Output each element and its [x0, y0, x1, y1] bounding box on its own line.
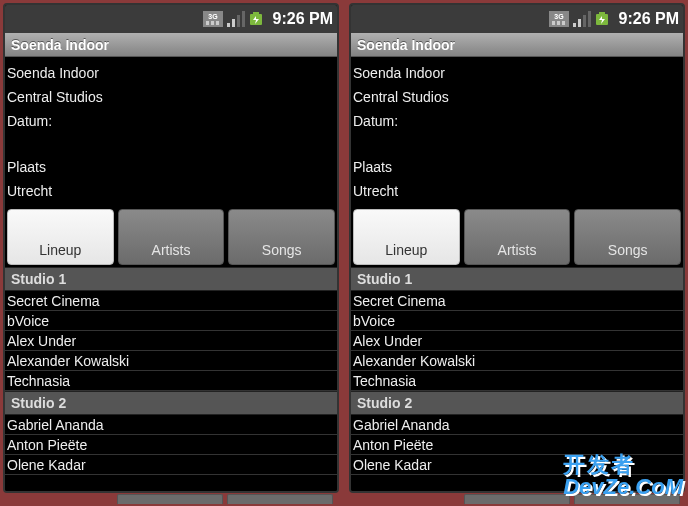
svg-rect-17 [578, 19, 581, 27]
event-place-label: Plaats [353, 155, 681, 179]
event-date-label: Datum: [7, 109, 335, 133]
tab-strip: Lineup Artists Songs [5, 207, 337, 267]
list-item[interactable]: Gabriel Ananda [5, 415, 337, 435]
svg-rect-13 [552, 21, 555, 25]
list-item[interactable]: Alexander Kowalski [351, 351, 683, 371]
svg-rect-19 [588, 11, 591, 27]
phone-left: 3G 9:26 PM Soenda Indoor Soenda Indoor C… [3, 3, 339, 493]
list-item[interactable] [351, 475, 683, 493]
list-item[interactable]: Technasia [351, 371, 683, 391]
svg-rect-7 [237, 15, 240, 27]
svg-text:3G: 3G [208, 13, 218, 20]
tab-artists[interactable]: Artists [464, 209, 571, 265]
svg-rect-14 [557, 21, 560, 25]
list-item[interactable]: Olene Kadar [5, 455, 337, 475]
event-city: Utrecht [353, 179, 681, 203]
event-info: Soenda Indoor Central Studios Datum: Pla… [351, 57, 683, 207]
event-venue: Central Studios [7, 85, 335, 109]
list-item[interactable]: Secret Cinema [5, 291, 337, 311]
battery-icon [595, 11, 611, 27]
svg-rect-8 [242, 11, 245, 27]
tab-songs[interactable]: Songs [574, 209, 681, 265]
signal-icon [227, 11, 245, 27]
list-item[interactable] [5, 475, 337, 493]
section-header: Studio 1 [5, 267, 337, 291]
network-3g-icon: 3G [203, 11, 223, 27]
event-name: Soenda Indoor [353, 61, 681, 85]
list-item[interactable]: Alexander Kowalski [5, 351, 337, 371]
list-item[interactable]: Anton Pieëte [5, 435, 337, 455]
event-name: Soenda Indoor [7, 61, 335, 85]
tab-songs[interactable]: Songs [228, 209, 335, 265]
svg-rect-4 [216, 21, 219, 25]
bottom-tab-hint-left [115, 492, 335, 506]
svg-text:3G: 3G [554, 13, 564, 20]
tab-lineup[interactable]: Lineup [353, 209, 460, 265]
svg-rect-3 [211, 21, 214, 25]
svg-rect-6 [232, 19, 235, 27]
title-text: Soenda Indoor [357, 37, 455, 53]
status-clock: 9:26 PM [619, 10, 679, 28]
svg-rect-21 [599, 12, 605, 14]
title-bar: Soenda Indoor [5, 33, 337, 57]
battery-icon [249, 11, 265, 27]
title-bar: Soenda Indoor [351, 33, 683, 57]
status-bar: 3G 9:26 PM [351, 5, 683, 33]
signal-icon [573, 11, 591, 27]
list-item[interactable]: Olene Kadar [351, 455, 683, 475]
event-venue: Central Studios [353, 85, 681, 109]
lineup-list[interactable]: Studio 1 Secret Cinema bVoice Alex Under… [5, 267, 337, 493]
spacer [7, 133, 335, 155]
event-info: Soenda Indoor Central Studios Datum: Pla… [5, 57, 337, 207]
list-item[interactable]: Alex Under [5, 331, 337, 351]
list-item[interactable]: Technasia [5, 371, 337, 391]
section-header: Studio 1 [351, 267, 683, 291]
svg-rect-16 [573, 23, 576, 27]
list-item[interactable]: bVoice [5, 311, 337, 331]
svg-rect-15 [562, 21, 565, 25]
status-bar: 3G 9:26 PM [5, 5, 337, 33]
spacer [353, 133, 681, 155]
network-3g-icon: 3G [549, 11, 569, 27]
svg-rect-5 [227, 23, 230, 27]
bottom-tab [574, 494, 680, 504]
title-text: Soenda Indoor [11, 37, 109, 53]
bottom-tab-hint-right [462, 492, 682, 506]
event-city: Utrecht [7, 179, 335, 203]
list-item[interactable]: Gabriel Ananda [351, 415, 683, 435]
tab-strip: Lineup Artists Songs [351, 207, 683, 267]
svg-rect-2 [206, 21, 209, 25]
bottom-tab [464, 494, 570, 504]
bottom-tab [117, 494, 223, 504]
event-date-label: Datum: [353, 109, 681, 133]
section-header: Studio 2 [351, 391, 683, 415]
section-header: Studio 2 [5, 391, 337, 415]
tab-artists[interactable]: Artists [118, 209, 225, 265]
event-place-label: Plaats [7, 155, 335, 179]
list-item[interactable]: Anton Pieëte [351, 435, 683, 455]
tab-lineup[interactable]: Lineup [7, 209, 114, 265]
svg-rect-18 [583, 15, 586, 27]
list-item[interactable]: Secret Cinema [351, 291, 683, 311]
bottom-tab [227, 494, 333, 504]
svg-rect-10 [253, 12, 259, 14]
lineup-list[interactable]: Studio 1 Secret Cinema bVoice Alex Under… [351, 267, 683, 493]
status-clock: 9:26 PM [273, 10, 333, 28]
list-item[interactable]: bVoice [351, 311, 683, 331]
phone-right: 3G 9:26 PM Soenda Indoor Soenda Indoor C… [349, 3, 685, 493]
list-item[interactable]: Alex Under [351, 331, 683, 351]
